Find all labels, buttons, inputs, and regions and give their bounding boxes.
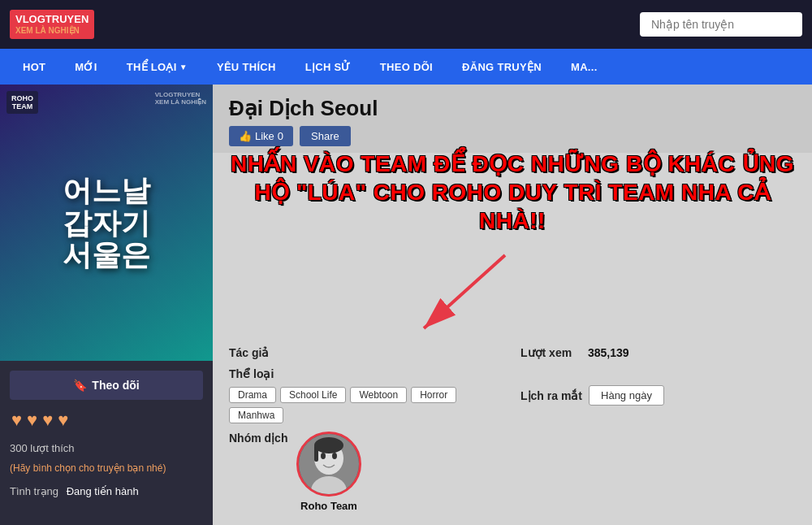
release-badge: Hàng ngày bbox=[589, 385, 664, 406]
genre-horror[interactable]: Horror bbox=[411, 387, 456, 403]
genre-webtoon[interactable]: Webtoon bbox=[350, 387, 407, 403]
manga-title-bar: Đại Dịch Seoul 👍 Like 0 Share bbox=[213, 85, 812, 153]
sidebar: ROHO TEAM VLOGTRUYENXEM LÀ NGHIỆN 어느날갑자기… bbox=[0, 85, 213, 525]
like-button[interactable]: 👍 Like 0 bbox=[229, 126, 293, 146]
main-content: ROHO TEAM VLOGTRUYENXEM LÀ NGHIỆN 어느날갑자기… bbox=[0, 85, 812, 525]
group-label: Nhóm dịch bbox=[229, 432, 290, 445]
promo-overlay: NHẤN VÀO TEAM ĐỂ ĐỌC NHỮNG BỘ KHÁC ỦNG H… bbox=[221, 150, 804, 235]
nav-item-hot[interactable]: HOT bbox=[8, 49, 60, 85]
thumb-up-icon: 👍 bbox=[239, 130, 252, 142]
share-button[interactable]: Share bbox=[300, 126, 351, 146]
like-count: 300 lượt thích bbox=[10, 440, 203, 456]
hearts-row: ♥ ♥ ♥ ♥ bbox=[10, 406, 203, 434]
translator-avatar[interactable] bbox=[296, 432, 361, 497]
release-row: Lịch ra mắt Hàng ngày bbox=[520, 367, 796, 423]
action-buttons: 👍 Like 0 Share bbox=[229, 126, 796, 146]
header: VLOGTRUYEN XEM LÀ NGHIỆN bbox=[0, 0, 812, 49]
group-row: Nhóm dịch bbox=[229, 432, 504, 512]
nav-item-more[interactable]: MA... bbox=[556, 49, 612, 85]
heart-icon-1[interactable]: ♥ bbox=[11, 410, 22, 431]
genre-label: Thể loại bbox=[229, 367, 290, 380]
status-row: Tình trạng Đang tiến hành bbox=[10, 480, 203, 497]
cover-badge: ROHO TEAM bbox=[6, 91, 38, 114]
heart-icon-3[interactable]: ♥ bbox=[42, 410, 53, 431]
sidebar-buttons: 🔖 Theo dõi ♥ ♥ ♥ ♥ 300 lượt thích (Hãy b… bbox=[0, 361, 213, 507]
follow-button[interactable]: 🔖 Theo dõi bbox=[10, 371, 203, 400]
nav-bar: HOT MỚI THỂ LOẠI ▼ YÊU THÍCH LỊCH SỬ THE… bbox=[0, 49, 812, 85]
nav-item-lich-su[interactable]: LỊCH SỬ bbox=[291, 49, 365, 85]
author-label: Tác giả bbox=[229, 346, 290, 359]
cover-watermark: VLOGTRUYENXEM LÀ NGHIỆN bbox=[155, 91, 206, 106]
heart-icon-2[interactable]: ♥ bbox=[27, 410, 37, 431]
views-label: Lượt xem bbox=[520, 346, 581, 359]
svg-point-7 bbox=[332, 453, 337, 459]
promo-text: NHẤN VÀO TEAM ĐỂ ĐỌC NHỮNG BỘ KHÁC ỦNG H… bbox=[221, 150, 804, 235]
manga-title: Đại Dịch Seoul bbox=[229, 96, 796, 121]
translator-name: Roho Team bbox=[300, 500, 357, 512]
translator-area: Roho Team bbox=[296, 432, 361, 512]
manga-cover: ROHO TEAM VLOGTRUYENXEM LÀ NGHIỆN 어느날갑자기… bbox=[0, 85, 213, 361]
nav-item-the-loai[interactable]: THỂ LOẠI ▼ bbox=[112, 49, 202, 85]
genre-row: Thể loại Drama School Life Webtoon Horro… bbox=[229, 367, 504, 423]
nav-item-dang-truyen[interactable]: ĐĂNG TRUYỆN bbox=[447, 49, 556, 85]
svg-rect-9 bbox=[314, 445, 318, 462]
rating-prompt[interactable]: (Hãy bình chọn cho truyện bạn nhé) bbox=[10, 462, 203, 474]
arrow-svg bbox=[391, 247, 538, 345]
logo-area: VLOGTRUYEN XEM LÀ NGHIỆN bbox=[10, 10, 94, 39]
author-row: Tác giả bbox=[229, 346, 504, 359]
search-input[interactable] bbox=[640, 12, 802, 37]
views-value: 385,139 bbox=[588, 346, 629, 359]
release-label: Lịch ra mắt bbox=[520, 389, 582, 402]
status-label: Tình trạng bbox=[10, 485, 58, 497]
heart-icon-4[interactable]: ♥ bbox=[58, 410, 68, 431]
right-content: Đại Dịch Seoul 👍 Like 0 Share NHẤN VÀO T… bbox=[213, 85, 812, 525]
status-value: Đang tiến hành bbox=[67, 485, 139, 497]
nav-item-theo-doi[interactable]: THEO DÕI bbox=[365, 49, 447, 85]
details-grid: Tác giả Lượt xem 385,139 Thể loại Drama … bbox=[213, 338, 812, 525]
genre-drama[interactable]: Drama bbox=[229, 387, 276, 403]
genre-manhwa[interactable]: Manhwa bbox=[229, 407, 283, 423]
svg-point-8 bbox=[314, 437, 343, 453]
logo: VLOGTRUYEN XEM LÀ NGHIỆN bbox=[10, 10, 94, 39]
svg-point-6 bbox=[321, 453, 326, 459]
chevron-down-icon: ▼ bbox=[179, 63, 188, 72]
cover-korean-text: 어느날갑자기서울은 bbox=[63, 175, 150, 271]
views-row: Lượt xem 385,139 bbox=[520, 346, 796, 359]
nav-item-moi[interactable]: MỚI bbox=[60, 49, 111, 85]
bookmark-icon: 🔖 bbox=[73, 379, 87, 392]
genre-tags: Drama School Life Webtoon Horror Manhwa bbox=[229, 387, 504, 423]
arrow-overlay bbox=[391, 247, 538, 348]
avatar-image bbox=[299, 434, 359, 494]
nav-item-yeu-thich[interactable]: YÊU THÍCH bbox=[202, 49, 291, 85]
svg-line-2 bbox=[424, 255, 505, 328]
genre-school[interactable]: School Life bbox=[280, 387, 346, 403]
